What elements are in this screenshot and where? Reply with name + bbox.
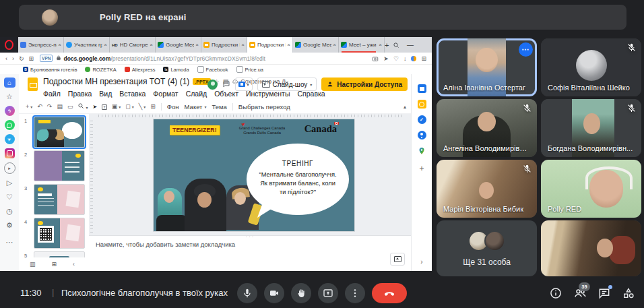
present-to-meeting-button[interactable]: ▾	[235, 78, 252, 91]
notes-resize-handle[interactable]: ···	[246, 234, 255, 240]
snapshot-icon[interactable]	[372, 55, 379, 62]
bookmarks-star-icon[interactable]: ☆	[5, 92, 15, 102]
browser-tab[interactable]: Подростки М×	[201, 37, 247, 53]
slide-thumbnail[interactable]	[34, 184, 85, 215]
participant-tile[interactable]	[541, 220, 641, 276]
layout-button[interactable]: Макет▾	[185, 103, 207, 111]
send-to-flow-icon[interactable]: ➤	[383, 55, 389, 62]
slide-thumbnail[interactable]	[34, 218, 85, 249]
undo-icon[interactable]: ↶	[37, 103, 42, 110]
bookmark-item[interactable]: ROZETKA	[85, 67, 116, 73]
comments-icon[interactable]	[222, 80, 230, 88]
browser-tab[interactable]: Google Meet×	[156, 37, 201, 53]
bookmark-item[interactable]: laLamoda	[163, 67, 189, 73]
participant-tile[interactable]: Ще 31 особа	[437, 220, 537, 276]
tab-close-icon[interactable]: ×	[333, 42, 336, 48]
shape-icon[interactable]: ◻▾	[125, 103, 134, 111]
panels-icon[interactable]: ⊞	[421, 55, 426, 62]
participant-tile[interactable]: Аліна Іванівна Остертаг⋯	[437, 38, 537, 96]
slide-thumbnail[interactable]	[34, 117, 85, 148]
opera-menu-button[interactable]	[0, 37, 18, 53]
tile-options-button[interactable]: ⋯	[519, 42, 533, 57]
whatsapp-icon[interactable]	[5, 120, 15, 130]
browser-tab[interactable]: Участник гру×	[64, 37, 110, 53]
participant-tile[interactable]: Богдана Володимирівн...	[541, 99, 641, 157]
slide-thumbnail[interactable]	[34, 251, 85, 257]
participant-tile[interactable]: Марія Вікторівна Бибик	[437, 160, 537, 218]
tab-close-icon[interactable]: ×	[241, 42, 245, 48]
bookmark-item[interactable]: Facebook	[197, 66, 228, 73]
tab-close-icon[interactable]: ×	[287, 42, 290, 48]
tasks-icon[interactable]: ✓	[418, 115, 426, 124]
present-mini-button[interactable]	[390, 253, 405, 266]
collapse-panel-icon[interactable]: ‹	[73, 261, 75, 268]
likes-icon[interactable]: ♡	[5, 192, 15, 202]
history-icon[interactable]: ◷	[5, 206, 15, 216]
text-box-icon[interactable]: T	[102, 103, 107, 111]
more-icon[interactable]: ⋯	[5, 237, 15, 247]
browser-tab[interactable]: Экспресс-пан×	[18, 37, 64, 53]
tab-close-icon[interactable]: ×	[150, 42, 153, 48]
instagram-icon[interactable]	[5, 148, 15, 158]
favorites-heart-icon[interactable]: ♡	[393, 55, 399, 62]
maps-icon[interactable]	[418, 146, 426, 155]
browser-tab[interactable]: Meet – ужи×	[339, 37, 385, 53]
redo-icon[interactable]: ↷	[47, 103, 53, 110]
reload-icon[interactable]: ↻	[19, 55, 24, 62]
messenger-icon[interactable]: ϟ	[5, 106, 15, 116]
contacts-icon[interactable]	[418, 131, 426, 140]
slide-thumbnail[interactable]	[34, 150, 85, 181]
document-title[interactable]: Подростки МН презентация ТОТ (4) (1)	[43, 77, 189, 86]
participants-button[interactable]: 39	[573, 286, 587, 300]
calendar-icon[interactable]	[418, 84, 426, 93]
participant-tile[interactable]: Ангеліна Володимирівн...	[437, 99, 537, 157]
more-options-button[interactable]	[345, 283, 365, 303]
paint-format-icon[interactable]: ▭	[67, 103, 73, 110]
menu-файл[interactable]: Файл	[43, 90, 61, 98]
microphone-button[interactable]	[237, 283, 257, 303]
activities-button[interactable]	[622, 286, 635, 300]
telegram-icon[interactable]: ➤	[5, 134, 15, 144]
tab-close-icon[interactable]: ×	[58, 42, 61, 48]
home-icon[interactable]: ⌂	[4, 78, 15, 88]
back-icon[interactable]: ‹	[5, 55, 7, 62]
menu-вставка[interactable]: Вставка	[119, 90, 146, 98]
share-button[interactable]: Настройки Доступа	[321, 78, 408, 91]
select-icon[interactable]: ➤	[92, 103, 97, 111]
current-slide[interactable]: TEENERGIZER! ➤ Grand Challenges Canada G…	[154, 119, 354, 231]
minimize-window-icon[interactable]: —	[403, 37, 417, 53]
search-window-icon[interactable]	[389, 37, 403, 53]
collapse-icon[interactable]: ›	[420, 255, 422, 267]
menu-правка[interactable]: Правка	[68, 90, 92, 98]
browser-tab[interactable]: Подростки М×	[247, 37, 293, 53]
flow-icon[interactable]: ▷	[5, 178, 15, 188]
menu-вид[interactable]: Вид	[99, 90, 112, 98]
camera-button[interactable]	[264, 283, 284, 303]
tab-close-icon[interactable]: ×	[104, 42, 107, 48]
menu-формат[interactable]: Формат	[153, 90, 178, 98]
raise-hand-button[interactable]	[291, 283, 311, 303]
extension-icon[interactable]	[411, 56, 416, 61]
tab-close-icon[interactable]: ×	[195, 42, 199, 48]
participant-tile[interactable]: Polly RED	[541, 160, 641, 218]
bookmark-item[interactable]: Aliexpress	[125, 67, 156, 73]
grid-view-icon[interactable]: ⊞	[52, 261, 57, 268]
slides-logo-icon[interactable]	[28, 78, 38, 91]
url-text[interactable]: docs.google.com/presentation/d/1LnUisax7…	[63, 55, 366, 62]
toolbar-collapse-icon[interactable]: ▴	[404, 104, 406, 110]
forward-icon[interactable]: ›	[12, 55, 14, 62]
keep-icon[interactable]	[418, 100, 426, 109]
bookmark-item[interactable]: Price.ua	[236, 66, 264, 73]
settings-icon[interactable]: ⚙	[5, 220, 15, 230]
close-window-icon[interactable]: ×	[431, 37, 432, 53]
tab-close-icon[interactable]: ×	[379, 42, 382, 48]
filmstrip-view-icon[interactable]: ▥	[30, 261, 36, 268]
image-icon[interactable]: ▣▾	[112, 103, 121, 111]
line-icon[interactable]: ╲▾	[139, 103, 146, 111]
participant-tile[interactable]: Софія Віталіївна Шейко	[541, 38, 641, 96]
theme-button[interactable]: Тема	[212, 103, 226, 111]
meeting-details-button[interactable]	[549, 286, 562, 300]
vpn-badge[interactable]: VPN	[40, 55, 53, 62]
player-icon[interactable]: ▸	[4, 162, 15, 174]
tab-tiling-icon[interactable]: ⊞	[29, 55, 34, 62]
